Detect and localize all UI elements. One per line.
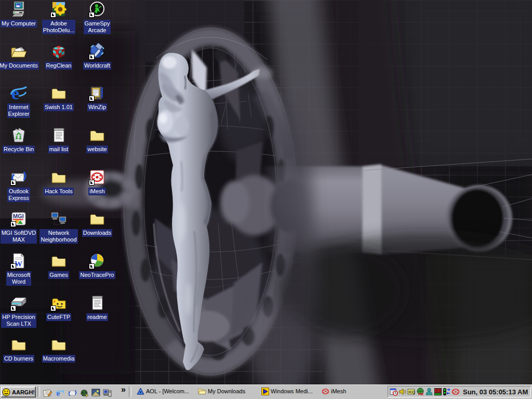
svg-text:FM: FM <box>418 392 423 396</box>
svg-text:ICQ: ICQ <box>409 390 416 394</box>
svg-text:e: e <box>57 389 60 397</box>
